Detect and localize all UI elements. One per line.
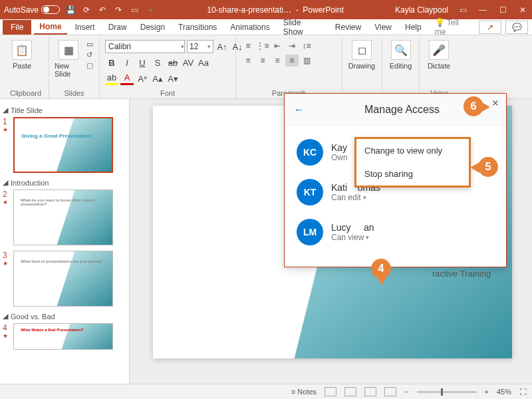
back-arrow-icon[interactable]: ← xyxy=(294,104,305,116)
autosave-label: AutoSave xyxy=(4,5,39,15)
section-good-vs-bad[interactable]: ◢ Good vs. Bad xyxy=(3,312,126,321)
tab-review[interactable]: Review xyxy=(330,21,366,34)
dialog-close-button[interactable]: ✕ xyxy=(491,98,499,108)
ribbon: 📋 Paste Clipboard ▦ New Slide ▭ ↺ ▢ Slid… xyxy=(0,35,532,99)
strike-button[interactable]: ab xyxy=(166,56,180,69)
chevron-down-icon: ▾ xyxy=(363,194,366,201)
indent-inc-icon[interactable]: ⇥ xyxy=(285,40,299,52)
animation-star-icon: ★ xyxy=(3,332,9,339)
zoom-in-button[interactable]: + xyxy=(485,388,489,396)
tab-file[interactable]: File xyxy=(3,20,31,35)
share-button[interactable]: ↗ xyxy=(479,21,501,34)
tab-slideshow[interactable]: Slide Show xyxy=(278,16,327,39)
comments-button[interactable]: 💬 xyxy=(505,21,528,34)
paste-button[interactable]: 📋 Paste xyxy=(8,40,36,70)
autosave-toggle[interactable]: AutoSave xyxy=(4,5,60,15)
maximize-icon[interactable]: ☐ xyxy=(497,5,508,15)
window-options-icon[interactable]: ▭ xyxy=(458,5,468,15)
user-name[interactable]: Kayla Claypool xyxy=(395,5,448,15)
tab-help[interactable]: Help xyxy=(400,21,427,34)
subscript-button[interactable]: A▾ xyxy=(166,72,180,85)
person-permission[interactable]: Can view ▾ xyxy=(331,233,374,242)
section-icon[interactable]: ▢ xyxy=(86,61,93,70)
highlight-button[interactable]: ab xyxy=(105,72,118,85)
zoom-slider[interactable] xyxy=(417,391,477,393)
section-introduction[interactable]: ◢ Introduction xyxy=(3,178,126,187)
notes-button[interactable]: ≡ Notes xyxy=(291,388,317,396)
tab-design[interactable]: Design xyxy=(135,21,170,34)
italic-button[interactable]: I xyxy=(120,56,134,69)
underline-button[interactable]: U xyxy=(136,56,149,69)
slide-subtitle-text: ractive Training xyxy=(432,269,491,279)
undo-icon[interactable]: ↶ xyxy=(97,5,108,15)
redo-icon[interactable]: ↷ xyxy=(113,5,124,15)
tab-animations[interactable]: Animations xyxy=(225,21,275,34)
animation-star-icon: ★ xyxy=(3,260,9,267)
sync-icon[interactable]: ⟳ xyxy=(81,5,92,15)
tab-draw[interactable]: Draw xyxy=(103,21,132,34)
font-size-select[interactable]: 12▾ xyxy=(187,40,213,53)
slide-number-3: 3 xyxy=(3,251,9,260)
sorter-view-icon[interactable] xyxy=(344,387,356,396)
line-spacing-icon[interactable]: ↕≡ xyxy=(300,40,313,52)
callout-5: 5 xyxy=(478,157,498,177)
new-slide-button[interactable]: ▦ New Slide xyxy=(55,40,82,78)
person-name: Kay xyxy=(331,142,348,153)
bold-button[interactable]: B xyxy=(105,56,118,69)
thumbnail-4[interactable]: What Makes a Bad Presentation? xyxy=(13,323,113,350)
bullets-icon[interactable]: ≡ xyxy=(241,40,255,52)
minimize-icon[interactable]: — xyxy=(477,5,488,15)
normal-view-icon[interactable] xyxy=(325,387,336,396)
permission-dropdown: Change to view only Stop sharing xyxy=(354,137,471,188)
slideshow-view-icon[interactable] xyxy=(384,387,396,396)
tab-view[interactable]: View xyxy=(369,21,397,34)
grow-font-icon[interactable]: A↑ xyxy=(215,40,229,53)
menu-stop-sharing[interactable]: Stop sharing xyxy=(356,162,469,186)
callout-6: 6 xyxy=(464,96,483,116)
reset-icon[interactable]: ↺ xyxy=(86,51,93,59)
indent-dec-icon[interactable]: ⇤ xyxy=(271,40,284,52)
drawing-button[interactable]: ◻Drawing xyxy=(348,40,376,70)
tab-transitions[interactable]: Transitions xyxy=(173,21,222,34)
font-name-select[interactable]: Calibri▾ xyxy=(105,40,185,53)
align-left-icon[interactable]: ≡ xyxy=(241,55,255,66)
reading-view-icon[interactable] xyxy=(364,387,376,396)
section-title-slide[interactable]: ◢ Title Slide xyxy=(3,106,126,114)
align-center-icon[interactable]: ≡ xyxy=(256,55,269,66)
clipboard-icon: 📋 xyxy=(12,40,32,60)
person-permission[interactable]: Can edit ▾ xyxy=(331,193,380,202)
editing-button[interactable]: 🔍Editing xyxy=(388,40,414,70)
menu-change-view-only[interactable]: Change to view only xyxy=(356,139,469,162)
dictate-button[interactable]: 🎤Dictate xyxy=(425,40,453,70)
person-permission[interactable]: Own xyxy=(331,153,348,162)
shadow-button[interactable]: S xyxy=(151,56,164,69)
columns-icon[interactable]: ▥ xyxy=(300,55,313,66)
tab-home[interactable]: Home xyxy=(34,20,66,35)
spacing-button[interactable]: AV xyxy=(182,56,195,69)
qat-more-icon[interactable]: ▾ xyxy=(145,5,156,15)
zoom-level[interactable]: 45% xyxy=(497,388,511,396)
superscript-button[interactable]: A▴ xyxy=(151,72,164,85)
clear-format-button[interactable]: Aᵃ xyxy=(136,72,149,85)
font-color-button[interactable]: A xyxy=(120,72,134,85)
thumbnail-3[interactable]: What kind of presentations are you givin… xyxy=(13,251,113,307)
numbering-icon[interactable]: ⋮≡ xyxy=(256,40,269,52)
fit-window-icon[interactable]: ⛶ xyxy=(519,388,527,396)
save-icon[interactable]: 💾 xyxy=(65,5,76,15)
justify-icon[interactable]: ≡ xyxy=(285,55,299,66)
zoom-out-button[interactable]: − xyxy=(404,388,408,396)
status-bar: ≡ Notes − + 45% ⛶ xyxy=(0,384,532,399)
tell-me[interactable]: 💡 Tell me xyxy=(430,16,476,39)
tab-insert[interactable]: Insert xyxy=(70,21,100,34)
close-icon[interactable]: ✕ xyxy=(517,5,528,15)
thumbnail-pane[interactable]: ◢ Title Slide 1★ Giving a Great Presenta… xyxy=(0,99,130,384)
person-row-3: LM Lucy an Can view ▾ xyxy=(297,212,494,252)
thumbnail-1[interactable]: Giving a Great Presentation xyxy=(13,117,113,173)
case-button[interactable]: Aa xyxy=(197,56,210,69)
thumbnail-2[interactable]: What do you want to know after today's p… xyxy=(13,190,113,245)
layout-icon[interactable]: ▭ xyxy=(86,40,93,49)
ribbon-tabs: File Home Insert Draw Design Transitions… xyxy=(0,19,532,35)
start-slideshow-icon[interactable]: ▭ xyxy=(129,5,140,15)
avatar: KC xyxy=(297,139,323,166)
align-right-icon[interactable]: ≡ xyxy=(271,55,284,66)
